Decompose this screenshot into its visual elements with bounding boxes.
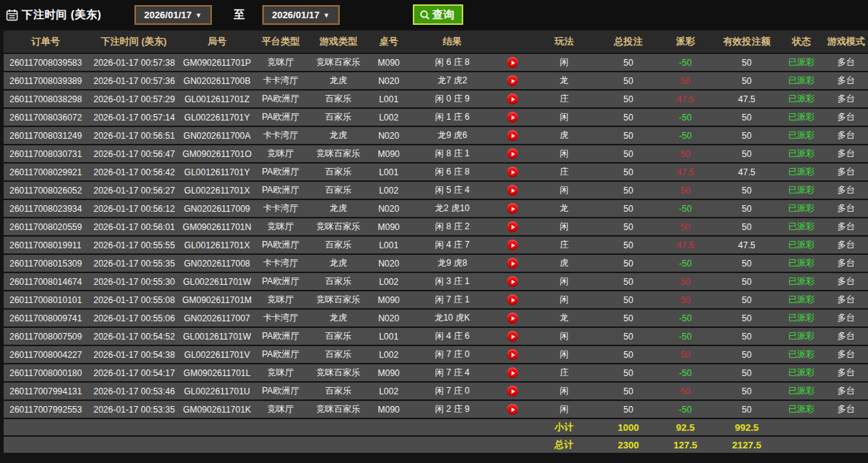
cell-status: 已派彩 bbox=[779, 237, 824, 253]
query-button[interactable]: 查询 bbox=[413, 4, 463, 25]
replay-icon[interactable] bbox=[507, 331, 518, 342]
cell-play-type: 闲 bbox=[528, 54, 601, 71]
cell-play-type: 虎 bbox=[528, 255, 601, 272]
cell-round-no: GL0022611701Y bbox=[180, 109, 254, 126]
cell-table-no: M090 bbox=[370, 364, 408, 381]
cell-game-mode: 多台 bbox=[824, 401, 868, 418]
cell-game-type: 百家乐 bbox=[307, 346, 370, 363]
cell-round-no: GL0022611701V bbox=[180, 346, 254, 363]
replay-icon[interactable] bbox=[507, 148, 518, 159]
cell-platform: 卡卡湾厅 bbox=[254, 127, 307, 144]
cell-table-no: L001 bbox=[370, 164, 408, 180]
cell-result: 龙9 虎8 bbox=[408, 255, 497, 272]
cell-game-type: 百家乐 bbox=[307, 237, 370, 253]
cell-payout: 50 bbox=[656, 218, 715, 235]
col-header-result: 结果 bbox=[408, 31, 497, 53]
cell-game-type: 竞咪百家乐 bbox=[307, 364, 370, 381]
table-row: 2601170080239342026-01-17 00:56:12GN0202… bbox=[4, 200, 868, 217]
cell-order-no: 260117008026052 bbox=[4, 182, 88, 199]
play-triangle-icon bbox=[511, 207, 515, 211]
cell-round-no: GM0902611701K bbox=[180, 401, 254, 418]
cell-total-bet: 50 bbox=[601, 401, 656, 418]
cell-game-type: 百家乐 bbox=[307, 182, 370, 199]
replay-icon[interactable] bbox=[507, 167, 518, 177]
replay-icon[interactable] bbox=[507, 294, 518, 305]
replay-icon[interactable] bbox=[507, 240, 518, 250]
cell-payout: 50 bbox=[656, 346, 715, 363]
cell-table-no: M090 bbox=[370, 145, 408, 162]
replay-icon[interactable] bbox=[507, 93, 518, 104]
cell-payout: 47.5 bbox=[656, 237, 715, 253]
subtotal-label: 小计 bbox=[528, 419, 601, 435]
cell-total-bet: 50 bbox=[601, 72, 656, 89]
replay-icon[interactable] bbox=[507, 185, 518, 196]
cell-bet-time: 2026-01-17 00:56:47 bbox=[88, 145, 180, 162]
cell-game-type: 百家乐 bbox=[307, 328, 370, 345]
cell-platform: 卡卡湾厅 bbox=[254, 255, 307, 272]
replay-icon[interactable] bbox=[507, 404, 518, 415]
cell-round-no: GN0202611700A bbox=[180, 127, 254, 144]
cell-table-no: L002 bbox=[370, 182, 408, 199]
cell-bet-time: 2026-01-17 00:54:17 bbox=[88, 364, 180, 381]
replay-icon[interactable] bbox=[507, 221, 518, 232]
cell-total-bet: 50 bbox=[601, 364, 656, 381]
table-row: 2601170080205592026-01-17 00:56:01GM0902… bbox=[4, 218, 868, 235]
col-header-total-bet: 总投注 bbox=[601, 31, 656, 53]
cell-round-no: GL0022611701U bbox=[180, 383, 254, 399]
cell-game-type: 百家乐 bbox=[307, 109, 370, 126]
cell-status: 已派彩 bbox=[779, 291, 824, 308]
replay-icon[interactable] bbox=[507, 313, 518, 324]
cell-game-mode: 多台 bbox=[824, 54, 868, 71]
replay-icon[interactable] bbox=[507, 276, 518, 287]
replay-icon[interactable] bbox=[507, 130, 518, 141]
replay-icon[interactable] bbox=[507, 203, 518, 214]
replay-icon[interactable] bbox=[507, 386, 518, 397]
cell-round-no: GL0022611701X bbox=[180, 182, 254, 199]
play-triangle-icon bbox=[511, 261, 515, 266]
cell-game-mode: 多台 bbox=[824, 164, 868, 180]
cell-order-no: 260117008010101 bbox=[4, 291, 88, 308]
cell-valid-bet: 50 bbox=[715, 127, 779, 144]
table-row: 2601170080075092026-01-17 00:54:52GL0012… bbox=[4, 328, 868, 345]
cell-game-mode: 多台 bbox=[824, 273, 868, 290]
cell-table-no: L002 bbox=[370, 273, 408, 290]
replay-icon[interactable] bbox=[507, 349, 518, 360]
cell-status: 已派彩 bbox=[779, 54, 824, 71]
play-triangle-icon bbox=[511, 134, 515, 138]
cell-valid-bet: 47.5 bbox=[715, 164, 779, 180]
cell-payout: 50 bbox=[656, 145, 715, 162]
replay-icon[interactable] bbox=[507, 75, 518, 86]
cell-valid-bet: 50 bbox=[715, 72, 779, 89]
date-to-select[interactable]: 2026/01/17 ▼ bbox=[262, 5, 340, 25]
replay-icon[interactable] bbox=[507, 367, 518, 378]
cell-total-bet: 50 bbox=[601, 127, 656, 144]
replay-icon[interactable] bbox=[507, 112, 518, 123]
cell-platform: PA欧洲厅 bbox=[254, 91, 307, 107]
replay-icon[interactable] bbox=[507, 57, 518, 68]
total-total-bet: 2300 bbox=[601, 437, 656, 453]
date-from-select[interactable]: 2026/01/17 ▼ bbox=[134, 5, 212, 25]
cell-game-type: 龙虎 bbox=[307, 255, 370, 272]
col-header-replay bbox=[497, 31, 528, 53]
replay-icon[interactable] bbox=[507, 258, 518, 269]
cell-result: 龙9 虎6 bbox=[408, 127, 497, 144]
table-row: 2601170080382982026-01-17 00:57:29GL0012… bbox=[4, 91, 868, 107]
total-valid-bet: 2127.5 bbox=[715, 437, 779, 453]
subtotal-valid-bet: 992.5 bbox=[715, 419, 779, 435]
cell-round-no: GL0012611701W bbox=[180, 328, 254, 345]
cell-result: 闲 5 庄 4 bbox=[408, 182, 497, 199]
cell-payout: 50 bbox=[656, 182, 715, 199]
cell-status: 已派彩 bbox=[779, 273, 824, 290]
cell-round-no: GL0012611701X bbox=[180, 237, 254, 253]
cell-order-no: 260117008023934 bbox=[4, 200, 88, 217]
subtotal-spacer bbox=[4, 419, 528, 435]
cell-round-no: GN0202611700B bbox=[180, 72, 254, 89]
cell-valid-bet: 50 bbox=[715, 291, 779, 308]
cell-game-type: 竞咪百家乐 bbox=[307, 54, 370, 71]
cell-bet-time: 2026-01-17 00:56:12 bbox=[88, 200, 180, 217]
play-triangle-icon bbox=[511, 225, 515, 229]
cell-order-no: 260117008019911 bbox=[4, 237, 88, 253]
cell-platform: PA欧洲厅 bbox=[254, 109, 307, 126]
cell-game-mode: 多台 bbox=[824, 182, 868, 199]
cell-status: 已派彩 bbox=[779, 109, 824, 126]
